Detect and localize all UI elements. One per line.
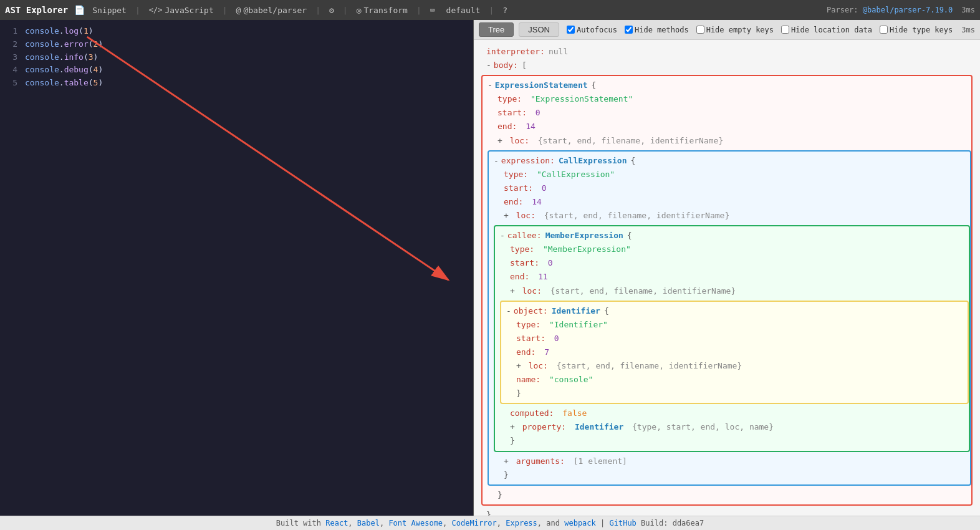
end-key3: end:	[510, 272, 529, 281]
footer-react-link[interactable]: React	[325, 519, 348, 528]
line-num-4: 4	[5, 64, 17, 77]
member-expr-minus[interactable]: -	[500, 229, 505, 243]
name-value: "console"	[549, 375, 593, 384]
arguments-plus[interactable]: +	[504, 456, 509, 466]
help-icon: ?	[502, 6, 507, 15]
default-label: default	[446, 6, 481, 15]
transform-button[interactable]: ◎ Transform	[353, 4, 411, 16]
gear-icon-button[interactable]: ⚙	[325, 4, 338, 16]
member-close-brace: }	[510, 436, 515, 445]
computed-key: computed:	[510, 408, 554, 418]
member-expression-box: - callee: MemberExpression { type: "Memb…	[494, 225, 970, 451]
body-bracket: [	[522, 59, 527, 72]
member-expr-header: - callee: MemberExpression {	[500, 229, 969, 243]
code-line-3: 3 console.info(3)	[0, 51, 473, 64]
ident-loc-value: {start, end, filename, identifierName}	[557, 361, 742, 370]
identifier-header: - object: Identifier {	[506, 304, 968, 318]
footer-fontawesome-link[interactable]: Font Awesome	[388, 519, 443, 528]
property-plus[interactable]: +	[510, 422, 515, 431]
tab-json[interactable]: JSON	[519, 22, 559, 37]
snippet-button[interactable]: Snippet	[89, 4, 130, 16]
member-start: start: 0	[500, 256, 969, 270]
object-key: object:	[514, 304, 548, 318]
language-label: JavaScript	[165, 6, 213, 15]
separator-2: |	[223, 6, 228, 15]
footer-built-with: Built with	[276, 519, 321, 528]
interpreter-value: null	[549, 45, 568, 59]
end-key2: end:	[504, 197, 523, 206]
hide-type-keys-label: Hide type keys	[890, 26, 953, 34]
line-num-2: 2	[5, 38, 17, 51]
parser-version-link[interactable]: @babel/parser-7.19.0	[863, 6, 953, 14]
expr-stmt-minus[interactable]: -	[488, 79, 492, 92]
help-button[interactable]: ?	[499, 4, 511, 16]
member-loc-plus[interactable]: +	[510, 286, 515, 296]
hide-methods-checkbox[interactable]: Hide methods	[625, 26, 689, 34]
body-key: body:	[494, 59, 518, 72]
parser-info: Parser: @babel/parser-7.19.0	[827, 6, 953, 14]
hide-type-keys-checkbox[interactable]: Hide type keys	[880, 26, 953, 34]
code-text-2: console.error(2)	[25, 38, 103, 51]
member-loc: + loc: {start, end, filename, identifier…	[500, 284, 969, 298]
start-key2: start:	[504, 183, 533, 193]
call-close-brace: }	[504, 470, 509, 479]
call-loc-plus[interactable]: +	[504, 211, 509, 220]
code-line-1: 1 console.log(1)	[0, 25, 473, 38]
footer-github-link[interactable]: GitHub	[609, 519, 636, 528]
ast-content[interactable]: interpreter: null - body: [ - Expression…	[474, 40, 980, 516]
ast-panel: Tree JSON Autofocus Hide methods Hide em…	[474, 20, 980, 516]
parser-button[interactable]: @ @babel/parser	[233, 4, 311, 16]
body-minus[interactable]: -	[481, 59, 491, 72]
member-close: }	[500, 434, 969, 448]
callee-key: callee:	[507, 229, 542, 243]
code-text-4: console.debug(4)	[25, 64, 103, 77]
hide-empty-keys-checkbox[interactable]: Hide empty keys	[696, 26, 774, 34]
language-button[interactable]: </> JavaScript	[145, 4, 218, 16]
call-expr-minus[interactable]: -	[494, 154, 499, 168]
line-num-1: 1	[5, 25, 17, 38]
autofocus-checkbox[interactable]: Autofocus	[567, 26, 617, 34]
footer-babel-link[interactable]: Babel	[357, 519, 380, 528]
ident-type-line: type: "Identifier"	[506, 318, 968, 332]
computed-line: computed: false	[500, 407, 969, 420]
footer-codemirror-link[interactable]: CodeMirror	[452, 519, 497, 528]
footer-webpack-link[interactable]: webpack	[564, 519, 596, 528]
arguments-line: + arguments: [1 element]	[494, 455, 970, 468]
expression-statement-box: - ExpressionStatement { type: "Expressio…	[481, 75, 973, 506]
hide-location-checkbox[interactable]: Hide location data	[781, 26, 872, 34]
member-type-line: type: "MemberExpression"	[500, 243, 969, 256]
identifier-minus[interactable]: -	[506, 304, 511, 318]
code-editor[interactable]: 1 console.log(1) 2 console.error(2) 3 co…	[0, 20, 474, 516]
arguments-value: [1 element]	[574, 456, 627, 466]
arguments-key: arguments:	[516, 456, 565, 466]
tab-tree[interactable]: Tree	[479, 22, 514, 37]
ident-loc: + loc: {start, end, filename, identifier…	[506, 359, 968, 373]
loc-key: loc:	[510, 136, 529, 145]
start-key4: start:	[516, 334, 545, 343]
member-brace: {	[627, 229, 632, 243]
expr-stmt-header: - ExpressionStatement {	[488, 79, 971, 92]
checkbox-group: Autofocus Hide methods Hide empty keys H…	[567, 26, 953, 34]
start-value: 0	[536, 108, 540, 117]
ident-loc-plus[interactable]: +	[516, 361, 521, 370]
code-area[interactable]: 1 console.log(1) 2 console.error(2) 3 co…	[0, 20, 473, 516]
footer-express-link[interactable]: Express	[506, 519, 537, 528]
type-key2: type:	[504, 170, 528, 179]
ast-interpreter: interpreter: null	[481, 45, 973, 59]
computed-value: false	[562, 408, 587, 418]
expr-stmt-start: start: 0	[488, 106, 971, 120]
call-expr-brace: {	[631, 154, 636, 168]
loc-plus[interactable]: +	[497, 136, 502, 145]
name-key: name:	[516, 375, 540, 384]
property-collapsed: {type, start, end, loc, name}	[632, 422, 774, 431]
default-button[interactable]: default	[443, 4, 484, 16]
keyboard-icon: ⌨	[426, 4, 439, 16]
expr-stmt-type-line: type: "ExpressionStatement"	[488, 92, 971, 106]
code-text-1: console.log(1)	[25, 25, 94, 38]
call-loc-value: {start, end, filename, identifierName}	[544, 211, 729, 220]
snippet-label: Snippet	[92, 6, 127, 15]
separator-6: |	[489, 6, 494, 15]
call-expr-header: - expression: CallExpression {	[494, 154, 970, 168]
footer-build-label: Build:	[641, 519, 668, 528]
member-end: end: 11	[500, 270, 969, 284]
